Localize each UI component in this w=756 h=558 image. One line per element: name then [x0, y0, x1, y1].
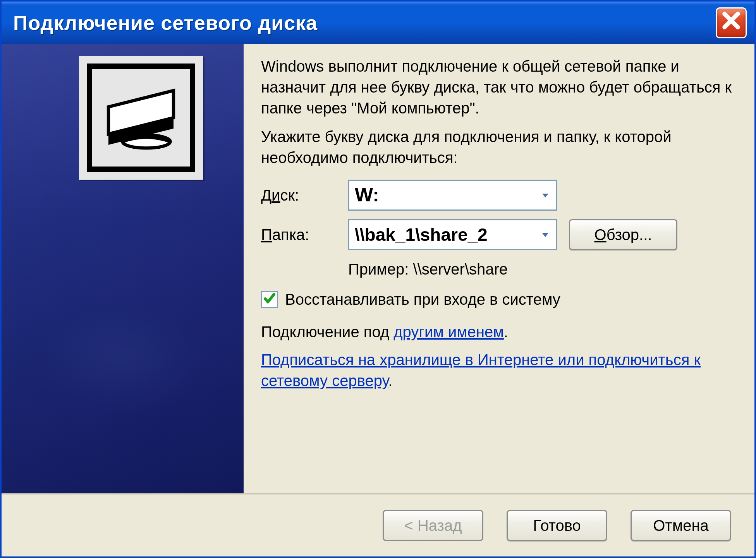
check-icon — [263, 289, 276, 310]
description-text-2: Укажите букву диска для подключения и па… — [261, 126, 739, 168]
description-text-1: Windows выполнит подключение к общей сет… — [261, 56, 739, 118]
folder-input[interactable]: \\bak_1\share_2 — [348, 219, 557, 250]
dialog-body: Windows выполнит подключение к общей сет… — [2, 44, 754, 493]
connect-as-row: Подключение под другим именем. — [261, 321, 739, 342]
titlebar[interactable]: Подключение сетевого диска — [2, 2, 754, 44]
map-network-drive-dialog: Подключение сетевого диска — [0, 0, 756, 558]
finish-button[interactable]: Готово — [507, 510, 607, 541]
reconnect-label: Восстанавливать при входе в систему — [285, 289, 560, 310]
folder-row: Папка: \\bak_1\share_2 Обзор... — [261, 219, 739, 250]
window-title: Подключение сетевого диска — [13, 11, 318, 34]
button-bar: < Назад Готово Отмена — [2, 493, 754, 556]
back-button: < Назад — [383, 510, 483, 541]
wizard-content: Windows выполнит подключение к общей сет… — [244, 44, 754, 493]
drive-label: Диск: — [261, 185, 337, 206]
chevron-down-icon — [538, 227, 553, 242]
browse-button[interactable]: Обзор... — [569, 219, 677, 250]
close-button[interactable] — [716, 7, 747, 38]
folder-input-value: \\bak_1\share_2 — [355, 223, 488, 247]
form: Диск: W: Папка: \\bak_1\sha — [261, 180, 739, 398]
reconnect-row: Восстанавливать при входе в систему — [261, 289, 739, 310]
close-icon — [721, 10, 741, 35]
drive-select[interactable]: W: — [348, 180, 557, 211]
different-user-link[interactable]: другим именем — [393, 323, 504, 340]
example-text: Пример: \\server\share — [348, 259, 739, 280]
folder-label: Папка: — [261, 224, 337, 245]
drive-row: Диск: W: — [261, 180, 739, 211]
signup-storage-link[interactable]: Подписаться на хранилище в Интернете или… — [261, 351, 701, 389]
drive-select-value: W: — [355, 182, 379, 208]
chevron-down-icon — [538, 187, 553, 203]
network-drive-icon — [79, 56, 203, 180]
reconnect-checkbox[interactable] — [261, 291, 278, 308]
signup-row: Подписаться на хранилище в Интернете или… — [261, 349, 739, 391]
wizard-sidebar — [2, 44, 244, 493]
cancel-button[interactable]: Отмена — [631, 510, 731, 541]
